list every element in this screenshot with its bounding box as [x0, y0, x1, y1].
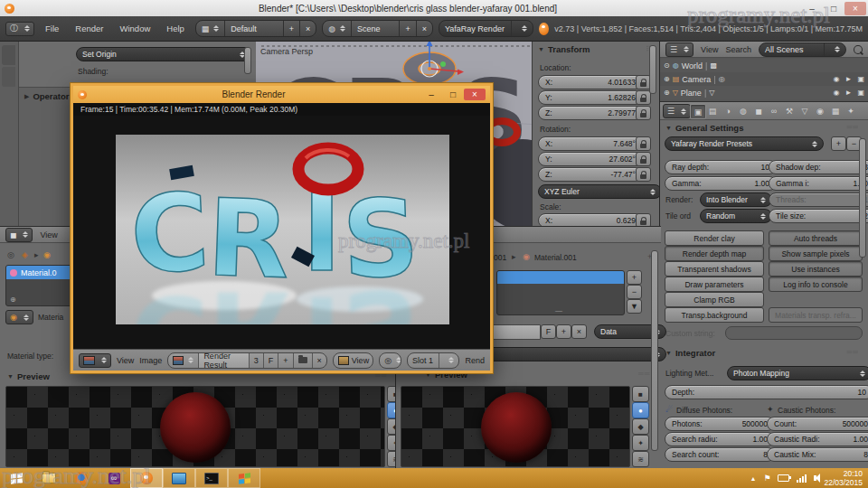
taskbar-display-settings[interactable] — [163, 468, 195, 488]
outliner-row-world[interactable]: ⊙ ◍ World | ▩ — [660, 59, 868, 72]
view3d-editor-type-button[interactable]: ◼ — [5, 228, 33, 242]
integrator-header[interactable]: ▼ Integrator — [665, 348, 715, 358]
menu-help[interactable]: Help — [161, 23, 190, 33]
caustic-mix-field[interactable]: Caustic Mix: 8 — [767, 447, 868, 462]
scale-x-field[interactable]: X: 0.629 — [538, 213, 643, 226]
preview-sphere-button[interactable]: ● — [632, 402, 649, 418]
image-name-field[interactable]: Render Result — [199, 353, 249, 368]
pin-group[interactable]: ◎ — [379, 352, 401, 369]
show-sample-pixels-toggle[interactable]: Show sample pixels — [769, 246, 863, 261]
slot-remove-button[interactable]: − — [627, 285, 642, 299]
list-resize-grip[interactable]: — — [555, 306, 562, 314]
selectable-cursor-icon[interactable]: ► — [845, 75, 853, 83]
material-unlink-button[interactable]: × — [571, 324, 587, 339]
expand-icon[interactable]: ⊕ — [664, 75, 670, 83]
npanel-scrollbar[interactable] — [649, 45, 656, 94]
toolshelf-scrollbar[interactable] — [244, 47, 251, 74]
maximize-button[interactable]: □ — [823, 2, 844, 15]
minimize-button[interactable]: – — [801, 2, 823, 15]
visibility-eye-icon[interactable]: ◉ — [834, 75, 840, 83]
transform-panel-header[interactable]: ▼ Transform — [538, 44, 590, 54]
outliner-row-camera[interactable]: ⊕ ▤ Camera | ◎ ◉ ► ▣ — [660, 72, 868, 86]
properties-editor-type-button[interactable]: ☰ — [663, 104, 691, 118]
preview-flat-button[interactable]: ■ — [632, 386, 649, 402]
lock-location-z-button[interactable] — [636, 106, 651, 120]
taskbar-windows-app[interactable] — [228, 468, 260, 488]
start-button[interactable] — [0, 468, 33, 488]
outliner-row-plane[interactable]: ⊕ ▽ Plane | ▽ ◉ ► ▣ — [660, 86, 868, 99]
lock-scale-x-button[interactable] — [636, 213, 651, 226]
battery-icon[interactable] — [778, 474, 789, 482]
panel-grip-icon[interactable]: ══ — [847, 348, 859, 356]
render-minimize-button[interactable]: – — [420, 89, 442, 100]
preview-monkey-button[interactable]: ✦ — [632, 435, 649, 451]
render-depth-map-toggle[interactable]: Render depth map — [665, 246, 764, 261]
outliner-menu-view[interactable]: View — [701, 45, 718, 54]
tab-particles-icon[interactable]: ✦ — [844, 104, 858, 117]
material-add-button[interactable]: + — [556, 324, 571, 339]
taskbar-blender-active[interactable] — [130, 468, 163, 488]
integrator-depth-field[interactable]: Depth: 10 — [665, 385, 868, 399]
rotation-x-field[interactable]: X: 7.648° — [538, 136, 643, 151]
slot-menu-button[interactable]: ▼ — [627, 299, 642, 314]
editor-scrollbar[interactable] — [651, 250, 658, 451]
render-presets-dropdown[interactable]: Yafaray Render Presets — [665, 136, 824, 151]
caustic-radius-field[interactable]: Caustic Radi: 1.00 — [767, 432, 868, 446]
render-mode-dropdown[interactable]: Into Blender — [700, 192, 772, 207]
menu-view[interactable]: View — [117, 356, 134, 365]
clamp-rgb-toggle[interactable]: Clamp RGB — [665, 292, 764, 307]
rotation-y-field[interactable]: Y: 27.602° — [538, 152, 643, 166]
tile-order-dropdown[interactable]: Random — [700, 209, 772, 223]
image-editor-type-button[interactable] — [79, 353, 111, 368]
taskbar-firefox[interactable] — [65, 468, 98, 488]
layout-browse-button[interactable]: ▦ — [196, 21, 225, 36]
tab-render-icon[interactable]: ▣ — [690, 104, 706, 119]
scene-add-button[interactable]: + — [399, 21, 415, 36]
pin-icon[interactable]: ◎ — [7, 250, 14, 259]
preset-add-button[interactable]: + — [831, 136, 846, 151]
selectable-cursor-icon[interactable]: ► — [845, 89, 853, 97]
image-unlink-button[interactable]: × — [313, 353, 326, 368]
transp-background-toggle[interactable]: Transp.background — [665, 307, 764, 323]
scene-name[interactable]: Scene — [351, 21, 399, 36]
rotation-z-field[interactable]: Z: -77.47° — [538, 167, 643, 182]
location-z-field[interactable]: Z: 2.79977 — [538, 106, 643, 120]
ray-depth-field[interactable]: Ray depth: 10 — [665, 160, 777, 174]
renderable-camera-icon[interactable]: ▣ — [857, 75, 864, 83]
material-slot-selected[interactable] — [497, 271, 624, 284]
caustic-count-field[interactable]: Count: 500000 — [767, 417, 868, 431]
search-icon[interactable] — [854, 45, 863, 54]
operator-panel-header[interactable]: ▶ Operator — [24, 91, 70, 101]
photons-field[interactable]: Photons: 500000 — [665, 417, 775, 431]
render-clay-toggle[interactable]: Render clay — [665, 230, 764, 246]
location-y-field[interactable]: Y: 1.62826 — [538, 90, 643, 105]
visibility-eye-icon[interactable]: ◉ — [834, 89, 840, 97]
search-radius-field[interactable]: Search radiu: 1.00 — [665, 432, 775, 446]
lock-rotation-x-button[interactable] — [636, 136, 651, 151]
search-count-field[interactable]: Search count: 8 — [665, 447, 775, 462]
draw-parameters-toggle[interactable]: Draw parameters — [665, 277, 764, 292]
image-browse-button[interactable] — [168, 353, 199, 368]
lighting-method-dropdown[interactable]: Photon Mapping — [727, 366, 868, 380]
gamma-field[interactable]: Gamma: 1.00 — [665, 176, 777, 191]
preview-hair-button[interactable]: ≋ — [632, 451, 649, 467]
list-add-icon[interactable]: ⊕ — [10, 296, 16, 304]
lock-rotation-z-button[interactable] — [636, 167, 651, 182]
action-center-flag-icon[interactable]: ⚑ — [763, 474, 770, 483]
tab-modifiers-icon[interactable]: ⚒ — [782, 104, 797, 117]
network-signal-icon[interactable] — [797, 474, 807, 483]
expand-icon[interactable]: ⊕ — [664, 89, 670, 97]
transparent-shadows-toggle[interactable]: Transparent shadows — [665, 261, 764, 277]
taskbar-visual-studio[interactable]: ∞ — [98, 468, 130, 488]
renderable-camera-icon[interactable]: ▣ — [857, 89, 864, 97]
image-open-button[interactable] — [294, 353, 313, 368]
scene-browse-button[interactable]: ◍ — [323, 21, 351, 36]
scene-delete-button[interactable]: × — [416, 21, 432, 36]
menu-render[interactable]: Render — [70, 23, 108, 33]
render-engine-selector[interactable]: YafaRay Render — [439, 20, 533, 37]
image-new-button[interactable]: + — [278, 353, 293, 368]
fake-user-button[interactable]: F — [541, 324, 556, 339]
preview-cube-button[interactable]: ◆ — [632, 418, 649, 435]
tab-scene-icon[interactable]: ◑ — [721, 104, 735, 117]
rotation-order-dropdown[interactable]: XYZ Euler — [538, 184, 659, 199]
